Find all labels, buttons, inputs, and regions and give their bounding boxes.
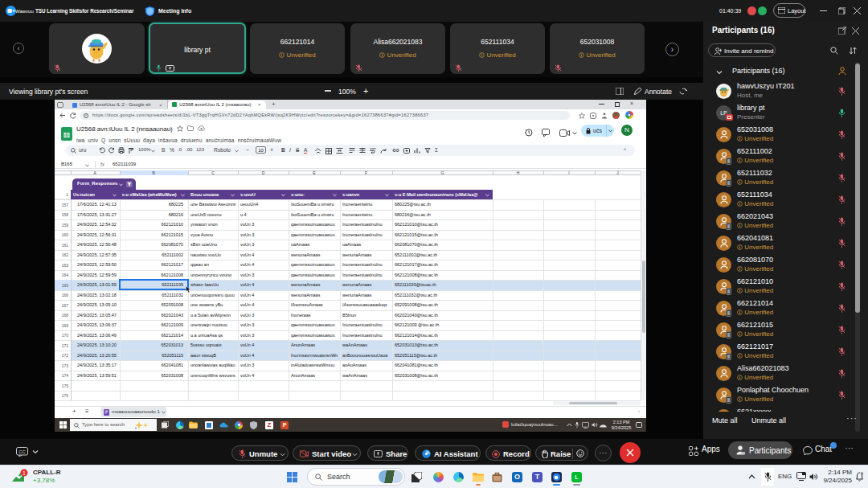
svg-text:1: 1 bbox=[23, 470, 26, 476]
svg-text:CC: CC bbox=[18, 449, 26, 454]
